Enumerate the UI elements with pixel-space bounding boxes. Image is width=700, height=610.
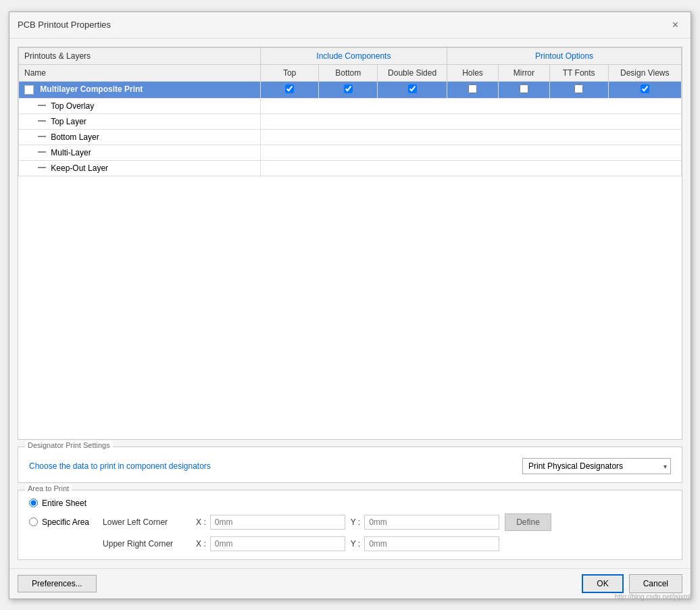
designator-row: Choose the data to print in component de… (29, 458, 671, 474)
group-header-printout: Printout Options (447, 47, 682, 64)
dash-icon (38, 167, 46, 168)
bottom-checkbox[interactable] (344, 84, 353, 93)
double-sided-checkbox-cell[interactable] (378, 81, 447, 98)
row-name: Bottom Layer (19, 129, 261, 145)
table-row[interactable]: Multi-Layer (19, 145, 682, 160)
mirror-checkbox-cell[interactable] (498, 81, 549, 98)
designator-section-label: Designator Print Settings (25, 441, 113, 449)
lower-left-x-label: X : (196, 517, 206, 527)
mirror-checkbox[interactable] (520, 84, 528, 93)
designator-dropdown-wrapper: Print Physical Designators Print Logical… (522, 458, 671, 474)
specific-area-container: Specific Area Lower Left Corner X : Y : (29, 513, 671, 551)
preferences-button[interactable]: Preferences... (18, 575, 97, 592)
table-row[interactable]: Multilayer Composite Print (19, 81, 682, 98)
upper-right-x-input[interactable] (210, 536, 345, 551)
upper-right-label: Upper Right Corner (103, 539, 191, 549)
footer-left: Preferences... (18, 575, 97, 592)
design-views-checkbox[interactable] (641, 84, 649, 93)
area-section-label: Area to Print (25, 484, 72, 492)
entire-sheet-row: Entire Sheet (29, 499, 671, 508)
lower-left-x-input[interactable] (210, 515, 345, 530)
table-row[interactable]: Keep-Out Layer (19, 160, 682, 176)
table-row[interactable]: Top Overlay (19, 98, 682, 113)
upper-right-y-input[interactable] (364, 536, 499, 551)
dialog-footer: Preferences... OK Cancel (9, 568, 691, 599)
top-checkbox[interactable] (285, 84, 294, 93)
tt-fonts-checkbox-cell[interactable] (549, 81, 608, 98)
group-header-include: Include Components (260, 47, 447, 64)
col-name: Name (19, 64, 261, 81)
row-name: Top Layer (19, 113, 261, 129)
ok-button[interactable]: OK (582, 574, 623, 593)
entire-sheet-radio[interactable] (29, 499, 38, 507)
dialog-title: PCB Printout Properties (18, 20, 111, 30)
cancel-button[interactable]: Cancel (629, 574, 682, 593)
close-button[interactable]: × (668, 18, 682, 32)
specific-area-label: Specific Area (42, 517, 89, 527)
row-name: Top Overlay (19, 98, 261, 113)
upper-right-y-label: Y : (351, 539, 360, 549)
designator-dropdown[interactable]: Print Physical Designators Print Logical… (522, 458, 671, 474)
lower-left-y-group: Y : (351, 515, 499, 530)
designator-description: Choose the data to print in component de… (29, 461, 211, 471)
area-section: Area to Print Entire Sheet Specific Area… (18, 490, 682, 560)
table-row[interactable]: Bottom Layer (19, 129, 682, 145)
row-name: Keep-Out Layer (19, 160, 261, 176)
top-checkbox-cell[interactable] (260, 81, 319, 98)
dash-icon (38, 105, 46, 106)
dash-icon (38, 151, 46, 153)
dialog-body: Printouts & Layers Include Components Pr… (9, 39, 691, 568)
lower-left-label: Lower Left Corner (103, 517, 191, 527)
double-sided-checkbox[interactable] (408, 84, 417, 93)
lower-left-row: Lower Left Corner X : Y : Define (103, 513, 551, 531)
upper-right-y-group: Y : (351, 536, 499, 551)
upper-right-x-label: X : (196, 539, 206, 549)
upper-right-x-group: X : (196, 536, 345, 551)
row-name: Multilayer Composite Print (19, 81, 261, 98)
multilayer-label: Multilayer Composite Print (40, 84, 143, 94)
lower-left-y-label: Y : (351, 517, 360, 527)
col-design-views: Design Views (608, 64, 681, 81)
specific-area-radio-row: Specific Area (29, 517, 89, 527)
specific-area-radio[interactable] (29, 517, 38, 526)
col-tt-fonts: TT Fonts (549, 64, 608, 81)
col-holes: Holes (447, 64, 499, 81)
entire-sheet-label: Entire Sheet (42, 499, 86, 508)
dash-icon (38, 120, 46, 122)
bottom-checkbox-cell[interactable] (319, 81, 378, 98)
holes-checkbox-cell[interactable] (447, 81, 499, 98)
printouts-layers-table-section: Printouts & Layers Include Components Pr… (18, 47, 682, 440)
col-double-sided: Double Sided (378, 64, 447, 81)
upper-right-row: Upper Right Corner X : Y : (103, 536, 551, 551)
col-top: Top (260, 64, 319, 81)
printouts-table: Printouts & Layers Include Components Pr… (18, 47, 682, 176)
watermark: http://blog.csdn.net/jsjxml (615, 593, 691, 601)
design-views-checkbox-cell[interactable] (608, 81, 681, 98)
title-bar: PCB Printout Properties × (9, 12, 691, 39)
col-mirror: Mirror (498, 64, 549, 81)
row-name: Multi-Layer (19, 145, 261, 160)
define-button[interactable]: Define (505, 513, 551, 531)
designator-section: Designator Print Settings Choose the dat… (18, 447, 682, 483)
group-header-printouts: Printouts & Layers (19, 47, 261, 64)
dash-icon (38, 136, 46, 137)
col-bottom: Bottom (319, 64, 378, 81)
tt-fonts-checkbox[interactable] (574, 84, 583, 93)
designator-link[interactable]: designators (169, 461, 211, 471)
pcb-printout-dialog: PCB Printout Properties × Printouts & La… (9, 11, 691, 599)
footer-right: OK Cancel (582, 574, 682, 593)
holes-checkbox[interactable] (468, 84, 477, 93)
lower-left-x-group: X : (196, 515, 345, 530)
table-row[interactable]: Top Layer (19, 113, 682, 129)
lower-left-y-input[interactable] (364, 515, 499, 530)
area-inputs: Lower Left Corner X : Y : Define (103, 513, 551, 551)
